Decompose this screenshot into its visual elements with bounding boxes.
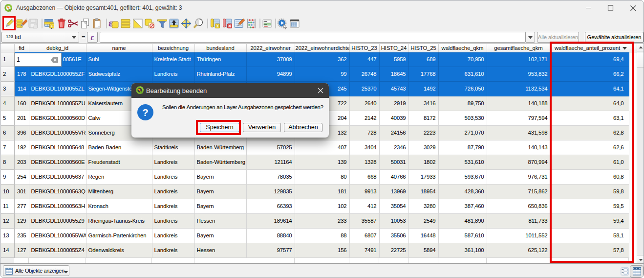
svg-text:ε: ε xyxy=(108,18,113,29)
